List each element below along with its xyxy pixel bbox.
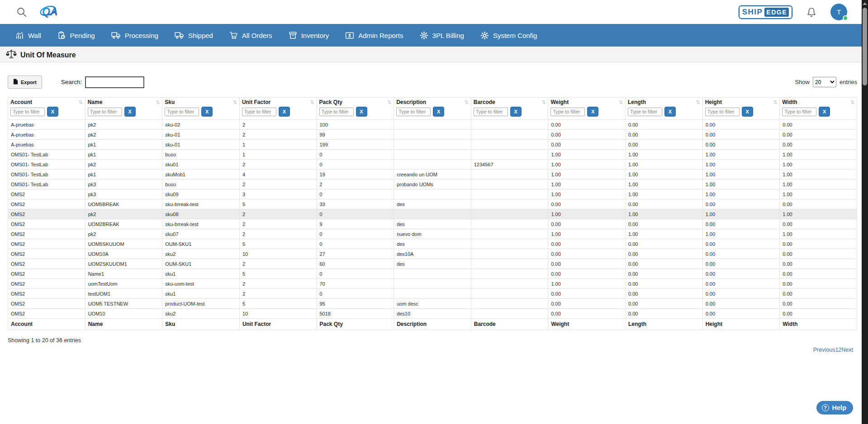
nav-item-all-orders[interactable]: All Orders: [229, 31, 272, 39]
filter-input-unit-factor[interactable]: [242, 108, 276, 116]
table-cell: 0: [317, 289, 394, 299]
table-row[interactable]: OMS2UOM10Asku21027des10A0.000.000.000.00: [8, 249, 857, 259]
filter-clear-button-barcode[interactable]: X: [510, 107, 522, 117]
table-cell: [471, 299, 548, 309]
filter-clear-button-height[interactable]: X: [742, 107, 753, 117]
column-header-width[interactable]: Width⇅X: [780, 98, 857, 120]
pagination-previous[interactable]: Previous: [813, 347, 835, 353]
table-row[interactable]: OMS2UOM5BREAKsku-brreak-test533des0.000.…: [8, 199, 857, 209]
filter-input-account[interactable]: [10, 108, 45, 116]
search-icon[interactable]: [16, 7, 27, 18]
file-icon: [13, 79, 18, 85]
filter-clear-button-sku[interactable]: X: [201, 107, 213, 117]
table-cell: 0.00: [702, 239, 780, 249]
pagination-next[interactable]: Next: [841, 347, 853, 353]
table-cell: 0.00: [780, 120, 857, 130]
column-header-unit-factor[interactable]: Unit Factor⇅X: [239, 98, 317, 120]
table-row[interactable]: A-pruebaspk2sku-0221000.000.000.000.00: [8, 120, 857, 130]
table-cell: 0.00: [780, 259, 857, 269]
filter-clear-button-pack-qty[interactable]: X: [356, 107, 367, 117]
table-row[interactable]: OMS2Name1sku1500.000.000.000.00: [8, 269, 857, 279]
filter-clear-button-unit-factor[interactable]: X: [279, 107, 290, 117]
shipedge-logo[interactable]: SHIP EDGE: [739, 5, 792, 19]
filter-clear-button-description[interactable]: X: [433, 107, 444, 117]
nav-item-system-config[interactable]: System Config: [480, 31, 537, 40]
filter-clear-button-account[interactable]: X: [47, 107, 58, 117]
column-header-sku[interactable]: Sku⇅X: [162, 98, 240, 120]
table-row[interactable]: OMS2pk2sku0720nuevo dom1.001.001.001.00: [8, 229, 857, 239]
nav-item-label: Pending: [70, 32, 95, 39]
table-row[interactable]: OMS2UOM10sku2105018des100.000.000.000.00: [8, 309, 857, 319]
table-cell: 0.00: [780, 309, 857, 319]
table-cell: [471, 199, 548, 209]
filter-input-sku[interactable]: [165, 108, 199, 116]
table-cell: 5018: [317, 309, 394, 319]
column-header-account[interactable]: Account⇅X: [8, 98, 85, 120]
table-row[interactable]: OMS2UOM2BREAKsku-brreak-test29des0.000.0…: [8, 219, 857, 229]
table-row[interactable]: OMS2testUOM1sku1200.000.000.000.00: [8, 289, 857, 299]
column-header-length[interactable]: Length⇅X: [626, 98, 703, 120]
filter-clear-button-length[interactable]: X: [664, 107, 676, 117]
table-cell: 1: [239, 150, 317, 160]
filter-input-description[interactable]: [396, 108, 431, 116]
filter-input-pack-qty[interactable]: [319, 108, 354, 116]
table-cell: OMS2: [8, 289, 85, 299]
nav-item-processing[interactable]: Processing: [111, 31, 158, 39]
table-row[interactable]: OMS01- TestLabpk2sku012012345671.001.001…: [8, 160, 857, 170]
table-row[interactable]: OMS2UOM5 TESTNEWproduct-UOM-test595uom d…: [8, 299, 857, 309]
table-row[interactable]: OMS01- TestLabpk1skuMob1419creeando un U…: [8, 170, 857, 179]
filter-input-name[interactable]: [88, 108, 122, 116]
page-size-select[interactable]: 20: [813, 77, 836, 87]
notifications-bell-icon[interactable]: [806, 6, 817, 18]
column-header-height[interactable]: Height⇅X: [702, 98, 780, 120]
table-row[interactable]: OMS01- TestLabpk1buso101.001.001.001.00: [8, 150, 857, 160]
top-header: QA SHIP EDGE T: [0, 0, 868, 24]
nav-item-pending[interactable]: Pending: [57, 31, 95, 40]
column-header-name[interactable]: Name⇅X: [85, 98, 162, 120]
table-cell: 70: [317, 279, 394, 289]
table-row[interactable]: OMS01- TestLabpk3buso22probando UOMs1.00…: [8, 179, 857, 189]
table-row[interactable]: A-pruebaspk1sku-0111990.000.000.000.00: [8, 140, 857, 150]
column-header-weight[interactable]: Weight⇅X: [548, 98, 626, 120]
table-cell: [471, 219, 548, 229]
table-row[interactable]: OMS2uomTestUomsku-uom-test2701.000.000.0…: [8, 279, 857, 289]
filter-clear-button-width[interactable]: X: [819, 107, 830, 117]
table-row[interactable]: OMS2pk2sku08201.001.001.001.00: [8, 209, 857, 219]
table-cell: 0.00: [702, 219, 780, 229]
help-button[interactable]: ? Help: [816, 401, 853, 415]
filter-clear-button-name[interactable]: X: [124, 107, 136, 117]
table-cell: 2: [239, 259, 317, 269]
nav-item-3pl-billing[interactable]: 3PL Billing: [420, 31, 464, 40]
filter-input-width[interactable]: [782, 108, 816, 116]
vertical-scrollbar[interactable]: [862, 0, 868, 424]
table-row[interactable]: A-pruebaspk2sku-012990.000.000.000.00: [8, 130, 857, 140]
scrollbar-up-arrow[interactable]: [863, 2, 867, 5]
table-row[interactable]: OMS2pk3sku09301.001.001.001.00: [8, 189, 857, 199]
filter-input-weight[interactable]: [550, 108, 585, 116]
table-cell: 0.00: [702, 120, 780, 130]
filter-clear-button-weight[interactable]: X: [587, 107, 598, 117]
table-cell: 10: [239, 309, 317, 319]
table-cell: [471, 239, 548, 249]
column-header-barcode[interactable]: Barcode⇅X: [471, 98, 548, 120]
qa-logo[interactable]: QA: [38, 3, 60, 22]
nav-item-shipped[interactable]: Shipped: [175, 31, 213, 39]
table-row[interactable]: OMS2UOM5SKUUOMOUM-SKU150des0.000.000.000…: [8, 239, 857, 249]
shipedge-logo-ship: SHIP: [742, 8, 763, 17]
filter-input-barcode[interactable]: [474, 108, 508, 116]
scrollbar-thumb[interactable]: [863, 8, 867, 85]
user-avatar[interactable]: T: [830, 4, 847, 20]
filter-input-height[interactable]: [705, 108, 740, 116]
table-cell: 3: [239, 189, 317, 199]
filter-input-length[interactable]: [628, 108, 662, 116]
search-input[interactable]: [85, 76, 144, 88]
column-header-pack-qty[interactable]: Pack Qty⇅X: [317, 98, 394, 120]
nav-item-inventory[interactable]: Inventory: [289, 31, 329, 39]
export-button[interactable]: Export: [8, 75, 42, 89]
table-cell: [394, 160, 471, 170]
nav-item-admin-reports[interactable]: Admin Reports: [345, 32, 403, 39]
column-header-description[interactable]: Description⇅X: [394, 98, 471, 120]
footer-column-description: Description: [394, 319, 471, 330]
table-row[interactable]: OMS2UOM2SKUUOM1OUM-SKU1260des0.000.000.0…: [8, 259, 857, 269]
nav-item-wall[interactable]: Wall: [15, 31, 41, 40]
